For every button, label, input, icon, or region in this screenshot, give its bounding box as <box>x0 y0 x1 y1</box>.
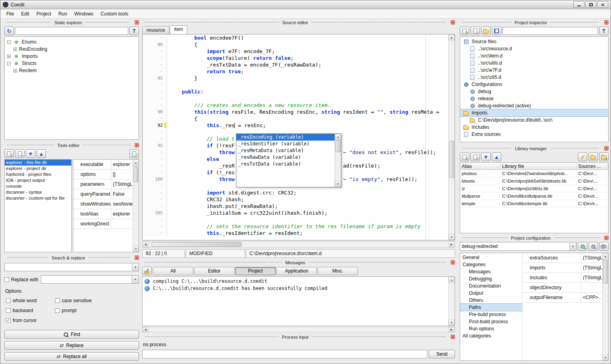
project-tree-item-imports[interactable]: Imports <box>460 109 608 116</box>
remove-config-button[interactable]: − <box>588 242 598 251</box>
filter-button[interactable] <box>129 27 139 35</box>
library-row[interactable]: libdparseC:\Dev\dlibs\libdparse.libC:\De… <box>460 192 608 200</box>
replace-button[interactable]: ⇄ Replace <box>4 341 139 350</box>
close-panel-button[interactable]: x <box>604 20 609 25</box>
menu-item-custom-tools[interactable]: Custom tools <box>97 10 132 18</box>
tree-item-structs[interactable]: -Structs <box>5 60 139 67</box>
edit-library-button[interactable] <box>578 152 587 161</box>
drag-grip[interactable] <box>462 147 512 149</box>
tool-item-console[interactable]: console <box>5 183 71 189</box>
whole-word-checkbox[interactable] <box>6 298 11 303</box>
category-post-build-process[interactable]: Post-build process <box>460 318 522 325</box>
property-value[interactable]: (TStringL <box>111 179 133 189</box>
project-tree-item-source-files[interactable]: Source files <box>460 38 608 45</box>
expander-icon[interactable]: + <box>13 48 17 51</box>
drag-grip[interactable] <box>308 261 446 263</box>
add-config-button[interactable]: + <box>578 242 587 251</box>
configuration-scrollbar[interactable]: ▲ ▼ <box>602 253 608 360</box>
send-button[interactable]: Send <box>429 350 455 358</box>
filter-misc[interactable]: Misc. <box>318 267 358 275</box>
close-panel-button[interactable]: x <box>451 335 455 339</box>
clear-messages-button[interactable] <box>142 267 152 275</box>
close-panel-button[interactable]: x <box>604 236 609 240</box>
expander-icon[interactable]: - <box>7 62 11 65</box>
tool-item-explorer-this-file-dir[interactable]: explorer - this file dir <box>5 160 71 166</box>
project-tree-item-src-utils-d[interactable]: ..\src\utils.d <box>460 59 608 67</box>
filter-all[interactable]: All <box>153 267 193 275</box>
properties-scrollbar[interactable]: ▲ ▼ <box>133 160 139 252</box>
replace-all-button[interactable]: ⇄ Replace all <box>4 352 139 361</box>
project-tree-item-c-dev-dproj-resource-d-build-src[interactable]: C:\Dev\dproj\resource.d\build\..\src\ <box>460 116 608 124</box>
category-all-categories[interactable]: All categories <box>460 332 522 339</box>
close-panel-button[interactable]: x <box>135 255 139 260</box>
library-row[interactable]: izC:\Dev\dproj\iz\lib\iz.libC:\Dev\... <box>460 185 608 192</box>
project-tree-item-release[interactable]: release <box>460 95 608 102</box>
tree-item-resencoding[interactable]: +ResEncoding <box>5 46 139 53</box>
project-tree-item-src-e7f-d[interactable]: ..\src\e7F.d <box>460 67 608 74</box>
drag-grip[interactable] <box>550 147 600 149</box>
filter-button[interactable] <box>599 27 609 35</box>
add-library-button[interactable]: + <box>460 152 469 161</box>
menu-item-file[interactable]: File <box>3 10 17 18</box>
drag-grip[interactable] <box>7 257 48 259</box>
option-whole-word[interactable]: whole word <box>6 298 55 303</box>
editor-vertical-scrollbar[interactable]: ▲ ▼ <box>448 34 455 240</box>
tool-item-dscanner-custom-opt-for-file[interactable]: dscanner - custom opt for file <box>5 195 71 201</box>
tool-item-dscanner-syntax[interactable]: dscanner - syntax <box>5 189 71 195</box>
drag-grip[interactable] <box>462 21 512 23</box>
completion-item[interactable]: _resIdentifier (variable) <box>236 141 335 147</box>
completion-item[interactable]: _resMetaData (variable) <box>236 147 335 154</box>
replace-with-checkbox[interactable] <box>4 277 9 282</box>
scroll-right-icon[interactable]: ▶ <box>449 242 455 247</box>
property-value[interactable]: False <box>111 189 133 199</box>
property-value[interactable]: (TStringL <box>581 253 602 263</box>
category-pre-build-process[interactable]: Pre-build process <box>460 311 522 318</box>
project-tree-item-extra-sources[interactable]: Extra sources <box>460 131 608 138</box>
replace-with-option[interactable]: Replace with <box>4 277 38 282</box>
scroll-up-icon[interactable]: ▲ <box>449 34 455 40</box>
property-value[interactable]: [] <box>111 170 133 179</box>
option-case-sensitive[interactable]: case sensitive <box>55 298 137 303</box>
case-sensitive-checkbox[interactable] <box>55 298 60 303</box>
dropdown-arrow-icon[interactable]: ▼ <box>132 263 139 271</box>
project-tree-item-src-z85-d[interactable]: ..\src\z85.d <box>460 74 608 81</box>
editor-horizontal-scrollbar[interactable]: ◀ ▶ <box>142 241 455 248</box>
property-value[interactable] <box>111 219 133 229</box>
property-value[interactable]: <CPP>.. <box>581 293 602 302</box>
option-from-cursor[interactable]: ✓from cursor <box>6 318 55 323</box>
project-tree-item-src-resource-d[interactable]: ..\src\resource.d <box>460 45 608 52</box>
from-cursor-checkbox[interactable]: ✓ <box>6 318 11 323</box>
scroll-up-icon[interactable]: ▲ <box>603 253 608 259</box>
dropdown-arrow-icon[interactable]: ▼ <box>569 242 576 250</box>
remove-tool-button[interactable]: − <box>15 149 25 158</box>
column-header-alias[interactable]: Alias <box>460 163 501 170</box>
scroll-down-icon[interactable]: ▼ <box>603 354 608 360</box>
library-row[interactable]: templeC:\Dev\dlibs\temple.libC:\Dev\r... <box>460 200 608 208</box>
menu-item-run[interactable]: Run <box>55 10 70 18</box>
tool-item-harbored-project-files[interactable]: harbored - project files <box>5 172 71 177</box>
completion-scrollbar[interactable]: ▲ ▼ <box>335 134 341 187</box>
column-header-library-file[interactable]: Library file <box>501 163 577 170</box>
category-run-options[interactable]: Run options <box>460 325 522 332</box>
scroll-left-icon[interactable]: ◀ <box>143 327 148 332</box>
drag-grip[interactable] <box>83 144 130 146</box>
search-term-combo[interactable]: ▼ <box>4 263 139 271</box>
message-row[interactable]: iC:\...\build\resource.d.coedit has been… <box>143 285 447 292</box>
open-library-folder-button[interactable] <box>588 152 598 161</box>
category-messages[interactable]: Messages <box>460 268 522 275</box>
move-library-down-button[interactable]: ▼ <box>481 152 491 161</box>
option-backward[interactable]: backward <box>6 308 55 313</box>
tool-item-explorer-project-dir[interactable]: explorer - project dir <box>5 166 71 172</box>
property-value[interactable]: explorer <box>111 160 133 169</box>
replace-term-combo[interactable]: ▼ <box>41 275 139 284</box>
category-output[interactable]: Output <box>460 290 522 297</box>
refresh-button[interactable]: ↻ <box>4 27 14 35</box>
backward-checkbox[interactable] <box>6 308 11 313</box>
inspector-filter-input[interactable] <box>503 27 598 35</box>
move-tool-down-button[interactable]: ▼ <box>26 149 35 158</box>
remove-library-button[interactable]: − <box>470 152 480 161</box>
tab-item[interactable]: item <box>170 25 188 34</box>
tool-item-ida-project-output[interactable]: IDA - project output <box>5 177 71 183</box>
property-value[interactable]: (TStringL <box>581 263 602 273</box>
filter-project[interactable]: Project <box>235 267 276 275</box>
